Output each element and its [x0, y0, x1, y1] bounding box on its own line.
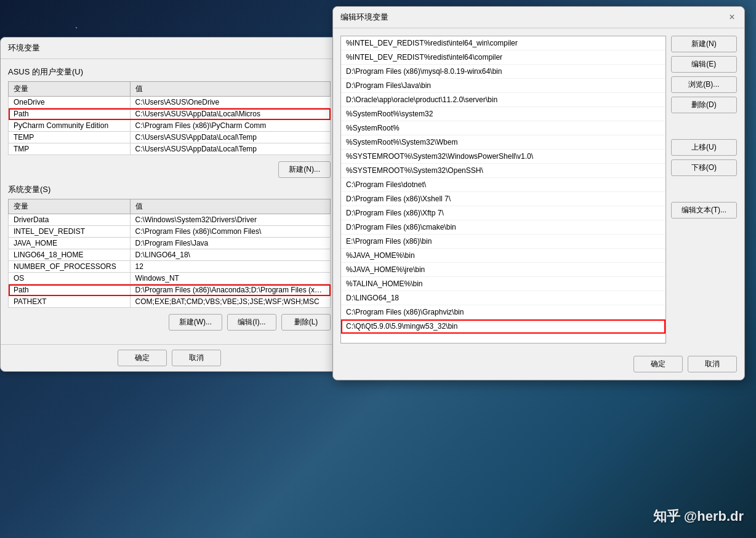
system-var-name: INTEL_DEV_REDIST	[9, 226, 131, 238]
path-list-item[interactable]: D:\Program Files\Java\bin	[341, 79, 666, 93]
edit-dialog-content: %INTEL_DEV_REDIST%redist\intel64_win\com…	[333, 28, 744, 351]
user-var-row[interactable]: OneDriveC:\Users\ASUS\OneDrive	[9, 97, 331, 108]
path-list-item[interactable]: D:\Program Files (x86)\Xshell 7\	[341, 192, 666, 206]
path-list-item[interactable]: %SYSTEMROOT%\System32\OpenSSH\	[341, 164, 666, 178]
user-var-value: C:\Users\ASUS\AppData\Local\Temp	[130, 132, 330, 143]
user-col-name: 变量	[9, 82, 131, 97]
user-var-row[interactable]: TEMPC:\Users\ASUS\AppData\Local\Temp	[9, 132, 331, 143]
edit-move-down-button[interactable]: 下移(O)	[671, 159, 737, 176]
user-var-row[interactable]: PyCharm Community EditionC:\Program File…	[9, 120, 331, 132]
user-var-name: OneDrive	[9, 97, 131, 108]
edit-env-dialog: 编辑环境变量 × %INTEL_DEV_REDIST%redist\intel6…	[332, 6, 745, 380]
close-icon[interactable]: ×	[727, 12, 737, 22]
user-var-name: PyCharm Community Edition	[9, 120, 131, 132]
user-var-name: Path	[9, 108, 131, 120]
edit-dialog-footer: 确定 取消	[333, 351, 744, 380]
user-var-row[interactable]: TMPC:\Users\ASUS\AppData\Local\Temp	[9, 143, 331, 155]
env-window-title: 环境变量	[8, 42, 40, 54]
path-list-item[interactable]: E:\Program Files (x86)\bin	[341, 235, 666, 249]
user-var-name: TEMP	[9, 132, 131, 143]
system-var-value: COM;EXE;BAT;CMD;VBS;VBE;JS;JSE;WSF;WSH;M…	[130, 296, 330, 308]
system-var-name: Path	[9, 284, 131, 296]
system-var-value: C:\Program Files (x86)\Common Files\	[130, 226, 330, 238]
user-col-value: 值	[130, 82, 330, 97]
system-new-button[interactable]: 新建(W)...	[169, 314, 222, 331]
system-var-row[interactable]: PATHEXTCOM;EXE;BAT;CMD;VBS;VBE;JS;JSE;WS…	[9, 296, 331, 308]
env-window-titlebar: 环境变量	[1, 38, 338, 59]
path-list-item[interactable]: %SYSTEMROOT%\System32\WindowsPowerShell\…	[341, 150, 666, 164]
path-list-item[interactable]: C:\Program Files (x86)\Graphviz\bin	[341, 305, 666, 319]
system-var-name: NUMBER_OF_PROCESSORS	[9, 261, 131, 273]
system-section-label: 系统变量(S)	[8, 184, 331, 195]
user-var-value: C:\Users\ASUS\AppData\Local\Micros	[130, 108, 330, 120]
edit-text-button[interactable]: 编辑文本(T)...	[671, 202, 737, 219]
system-var-name: JAVA_HOME	[9, 238, 131, 249]
user-new-button[interactable]: 新建(N)...	[278, 161, 331, 178]
edit-delete-button[interactable]: 删除(D)	[671, 97, 737, 113]
path-list[interactable]: %INTEL_DEV_REDIST%redist\intel64_win\com…	[340, 36, 666, 343]
path-list-item[interactable]: %INTEL_DEV_REDIST%redist\intel64\compile…	[341, 50, 666, 65]
system-buttons-row: 新建(W)... 编辑(I)... 删除(L)	[8, 314, 331, 331]
env-variables-window: 环境变量 ASUS 的用户变量(U) 变量 值 OneDriveC:\Users…	[0, 37, 339, 372]
path-list-item[interactable]: D:\Program Files (x86)\mysql-8.0.19-winx…	[341, 65, 666, 79]
user-var-value: C:\Users\ASUS\AppData\Local\Temp	[130, 143, 330, 155]
system-var-value: D:\LINGO64_18\	[130, 249, 330, 261]
system-delete-button[interactable]: 删除(L)	[281, 314, 331, 331]
system-col-value: 值	[130, 199, 330, 214]
path-list-item[interactable]: %SystemRoot%	[341, 121, 666, 135]
system-col-name: 变量	[9, 199, 131, 214]
edit-ok-button[interactable]: 确定	[633, 356, 683, 372]
system-var-row[interactable]: OSWindows_NT	[9, 273, 331, 284]
env-window-content: ASUS 的用户变量(U) 变量 值 OneDriveC:\Users\ASUS…	[1, 59, 338, 344]
edit-move-up-button[interactable]: 上移(U)	[671, 139, 737, 156]
path-list-item[interactable]: C:\Program Files\dotnet\	[341, 178, 666, 192]
user-var-value: C:\Users\ASUS\OneDrive	[130, 97, 330, 108]
env-ok-button[interactable]: 确定	[118, 350, 167, 366]
system-edit-button[interactable]: 编辑(I)...	[227, 314, 276, 331]
system-var-name: OS	[9, 273, 131, 284]
path-list-item[interactable]: %INTEL_DEV_REDIST%redist\intel64_win\com…	[341, 36, 666, 50]
system-var-value: D:\Program Files (x86)\Anaconda3;D:\Prog…	[130, 284, 330, 296]
user-section-label: ASUS 的用户变量(U)	[8, 66, 331, 78]
path-list-item[interactable]: %TALINA_HOME%\bin	[341, 277, 666, 291]
system-var-row[interactable]: INTEL_DEV_REDISTC:\Program Files (x86)\C…	[9, 226, 331, 238]
system-var-row[interactable]: LINGO64_18_HOMED:\LINGO64_18\	[9, 249, 331, 261]
system-var-value: Windows_NT	[130, 273, 330, 284]
edit-dialog-titlebar: 编辑环境变量 ×	[333, 7, 744, 28]
edit-cancel-button[interactable]: 取消	[688, 356, 737, 372]
path-list-item[interactable]: %SystemRoot%\System32\Wbem	[341, 135, 666, 150]
env-footer-buttons: 确定 取消	[1, 344, 338, 371]
edit-new-button[interactable]: 新建(N)	[671, 36, 737, 52]
env-cancel-button[interactable]: 取消	[172, 350, 221, 366]
watermark: 知乎 @herb.dr	[653, 507, 744, 526]
system-var-name: LINGO64_18_HOME	[9, 249, 131, 261]
system-var-row[interactable]: JAVA_HOMED:\Program Files\Java	[9, 238, 331, 249]
edit-browse-button[interactable]: 浏览(B)...	[671, 76, 737, 93]
system-var-value: C:\Windows\System32\Drivers\Driver	[130, 214, 330, 226]
edit-dialog-title: 编辑环境变量	[340, 12, 388, 23]
system-var-name: DriverData	[9, 214, 131, 226]
system-var-value: D:\Program Files\Java	[130, 238, 330, 249]
system-var-row[interactable]: NUMBER_OF_PROCESSORS12	[9, 261, 331, 273]
star	[76, 27, 77, 28]
path-list-item[interactable]: D:\Oracle\app\oracle\product\11.2.0\serv…	[341, 93, 666, 107]
path-list-item[interactable]: %JAVA_HOME%\bin	[341, 249, 666, 263]
user-var-row[interactable]: PathC:\Users\ASUS\AppData\Local\Micros	[9, 108, 331, 120]
edit-dialog-action-buttons: 新建(N) 编辑(E) 浏览(B)... 删除(D) 上移(U) 下移(O) 编…	[671, 36, 737, 343]
path-list-item[interactable]: %SystemRoot%\system32	[341, 107, 666, 121]
system-var-name: PATHEXT	[9, 296, 131, 308]
path-list-item[interactable]: D:\Program Files (x86)\cmake\bin	[341, 220, 666, 235]
user-var-value: C:\Program Files (x86)\PyCharm Comm	[130, 120, 330, 132]
path-list-item[interactable]: D:\Program Files (x86)\Xftp 7\	[341, 206, 666, 220]
user-buttons-row: 新建(N)...	[8, 161, 331, 178]
system-var-row[interactable]: DriverDataC:\Windows\System32\Drivers\Dr…	[9, 214, 331, 226]
system-variables-table: 变量 值 DriverDataC:\Windows\System32\Drive…	[8, 199, 331, 308]
path-list-item[interactable]: C:\Qt\Qt5.9.0\5.9\mingw53_32\bin	[341, 319, 666, 334]
user-var-name: TMP	[9, 143, 131, 155]
path-list-item[interactable]: %JAVA_HOME%\jre\bin	[341, 263, 666, 277]
edit-edit-button[interactable]: 编辑(E)	[671, 56, 737, 73]
system-var-value: 12	[130, 261, 330, 273]
path-list-item[interactable]: D:\LINGO64_18	[341, 291, 666, 305]
user-variables-table: 变量 值 OneDriveC:\Users\ASUS\OneDrivePathC…	[8, 81, 331, 155]
system-var-row[interactable]: PathD:\Program Files (x86)\Anaconda3;D:\…	[9, 284, 331, 296]
